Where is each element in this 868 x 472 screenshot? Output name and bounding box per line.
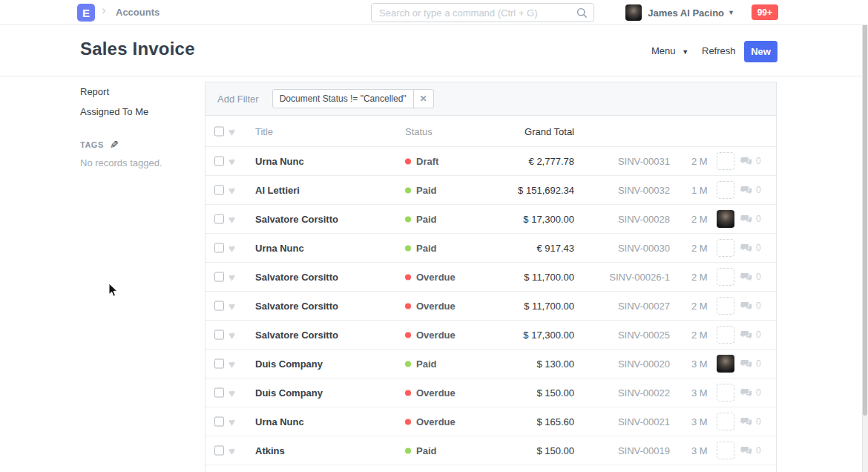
row-grand-total: $ 165.60 xyxy=(536,416,574,427)
comment-indicator: 0 xyxy=(740,416,761,427)
row-grand-total: $ 150.00 xyxy=(536,387,574,399)
row-age: 2 M xyxy=(691,214,708,225)
notification-badge[interactable]: 99+ xyxy=(752,4,778,20)
table-row[interactable]: ♥ Salvatore Corsitto Paid $ 17,300.00 SI… xyxy=(206,205,776,234)
row-checkbox[interactable] xyxy=(214,157,224,166)
row-checkbox[interactable] xyxy=(214,417,224,427)
sidebar-item-assigned-to-me[interactable]: Assigned To Me xyxy=(80,105,199,118)
comment-icon xyxy=(740,301,752,311)
like-heart-icon[interactable]: ♥ xyxy=(228,416,235,427)
row-document-id: SINV-00019 xyxy=(618,445,670,456)
like-heart-icon[interactable]: ♥ xyxy=(228,330,235,341)
like-heart-icon[interactable]: ♥ xyxy=(228,243,235,254)
sidebar-item-report[interactable]: Report xyxy=(80,85,199,98)
row-status: Paid xyxy=(405,243,436,254)
row-checkbox[interactable] xyxy=(214,243,224,253)
row-title[interactable]: Urna Nunc xyxy=(255,156,304,167)
refresh-button[interactable]: Refresh xyxy=(702,45,736,56)
column-title: Title xyxy=(255,125,273,137)
table-row[interactable]: ♥ Duis Company Overdue $ 150.00 SINV-000… xyxy=(206,378,776,407)
table-row[interactable]: ♥ Salvatore Corsitto Overdue $ 11,700.00… xyxy=(206,292,776,321)
comment-count: 0 xyxy=(756,387,761,398)
comment-count: 0 xyxy=(756,358,761,369)
comment-icon xyxy=(740,417,752,427)
status-dot xyxy=(405,187,411,193)
row-checkbox[interactable] xyxy=(214,272,224,282)
new-button[interactable]: New xyxy=(744,41,777,62)
row-checkbox[interactable] xyxy=(214,388,224,398)
like-heart-icon[interactable]: ♥ xyxy=(228,156,235,167)
like-heart-icon[interactable]: ♥ xyxy=(228,301,235,312)
row-title[interactable]: Urna Nunc xyxy=(255,416,304,427)
comment-indicator: 0 xyxy=(740,243,761,253)
row-title[interactable]: Urna Nunc xyxy=(255,243,304,254)
row-checkbox[interactable] xyxy=(214,186,224,195)
row-grand-total: $ 150.00 xyxy=(536,445,574,456)
row-title[interactable]: Salvatore Corsitto xyxy=(255,272,338,283)
row-title[interactable]: Atkins xyxy=(255,445,285,456)
table-row[interactable]: ♥ Duis Company Paid $ 130.00 SINV-00020 … xyxy=(206,350,776,378)
row-title[interactable]: Duis Company xyxy=(255,387,323,399)
row-title[interactable]: Al Lettieri xyxy=(255,185,300,196)
like-heart-icon[interactable]: ♥ xyxy=(228,387,235,399)
scrollbar-thumb[interactable] xyxy=(863,0,867,416)
row-title[interactable]: Duis Company xyxy=(255,358,323,370)
table-row[interactable]: ♥ Urna Nunc Paid € 917.43 SINV-00030 2 M… xyxy=(206,234,776,263)
tags-empty-text: No records tagged. xyxy=(80,157,199,168)
row-status: Overdue xyxy=(405,330,456,341)
row-checkbox[interactable] xyxy=(214,446,224,456)
status-dot xyxy=(405,332,411,338)
status-dot xyxy=(405,419,411,425)
row-status: Draft xyxy=(405,156,438,167)
table-row[interactable]: ♥ Urna Nunc Overdue $ 165.60 SINV-00021 … xyxy=(206,407,776,436)
status-dot xyxy=(405,274,411,280)
page-scrollbar xyxy=(862,0,868,472)
row-grand-total: $ 130.00 xyxy=(536,358,574,370)
status-label: Overdue xyxy=(416,416,456,427)
edit-tags-pencil-icon[interactable]: ✎ xyxy=(110,139,119,151)
like-heart-icon[interactable]: ♥ xyxy=(228,272,235,283)
user-menu[interactable]: James Al Pacino ▼ xyxy=(625,0,734,25)
breadcrumb[interactable]: Accounts xyxy=(116,7,160,18)
select-all-checkbox[interactable] xyxy=(214,126,224,136)
row-title[interactable]: Salvatore Corsitto xyxy=(255,214,338,225)
chevron-down-icon: ▼ xyxy=(728,9,734,16)
table-row[interactable]: ♥ Salvatore Corsitto Overdue $ 11,700.00… xyxy=(206,263,776,292)
row-age: 2 M xyxy=(691,243,708,254)
table-row[interactable]: ♥ Atkins Paid $ 150.00 SINV-00019 3 M 0 xyxy=(206,436,776,465)
table-row[interactable]: ♥ Urna Nunc Draft € 2,777.78 SINV-00031 … xyxy=(206,147,776,176)
avatar-slot xyxy=(717,152,734,170)
row-title[interactable]: Salvatore Corsitto xyxy=(255,330,338,341)
row-checkbox[interactable] xyxy=(214,359,224,369)
table-row[interactable]: ♥ Al Lettieri Paid $ 151,692.34 SINV-000… xyxy=(206,176,776,205)
status-label: Draft xyxy=(416,156,438,167)
menu-button[interactable]: Menu ▼ xyxy=(651,45,688,56)
like-heart-icon[interactable]: ♥ xyxy=(228,214,235,225)
table-row[interactable]: ♥ Salvatore Corsitto Overdue $ 17,300.00… xyxy=(206,321,776,350)
like-heart-icon[interactable]: ♥ xyxy=(228,185,235,196)
search-input[interactable] xyxy=(379,4,571,22)
menu-label: Menu xyxy=(651,45,676,56)
row-document-id: SINV-00031 xyxy=(618,156,670,167)
status-dot xyxy=(405,303,411,309)
global-search xyxy=(371,3,594,22)
comment-icon xyxy=(740,446,752,456)
table-body: ♥ Urna Nunc Draft € 2,777.78 SINV-00031 … xyxy=(206,147,776,465)
comment-icon xyxy=(740,214,752,224)
row-checkbox[interactable] xyxy=(214,301,224,311)
chevron-down-icon: ▼ xyxy=(682,48,688,56)
remove-filter-icon[interactable]: ✕ xyxy=(413,90,433,108)
column-grand-total: Grand Total xyxy=(525,125,574,137)
status-label: Paid xyxy=(416,358,436,370)
row-checkbox[interactable] xyxy=(214,330,224,340)
like-heart-icon[interactable]: ♥ xyxy=(228,358,235,370)
app-logo[interactable]: E xyxy=(77,4,95,22)
like-heart-icon[interactable]: ♥ xyxy=(228,445,235,456)
add-filter-button[interactable]: Add Filter xyxy=(217,94,259,105)
status-label: Overdue xyxy=(416,301,456,312)
row-checkbox[interactable] xyxy=(214,214,224,224)
row-title[interactable]: Salvatore Corsitto xyxy=(255,301,338,312)
row-status: Paid xyxy=(405,358,436,370)
avatar-slot xyxy=(717,326,734,344)
filter-chip-label[interactable]: Document Status != "Cancelled" xyxy=(273,90,413,108)
